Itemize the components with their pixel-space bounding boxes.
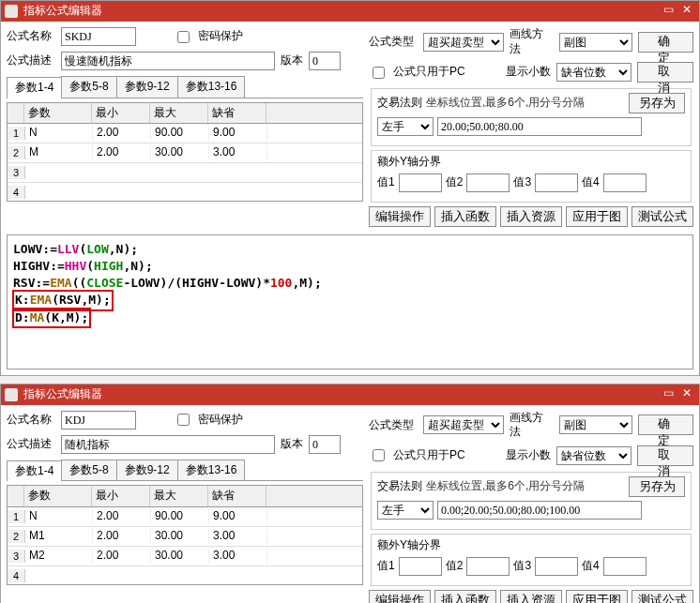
grid-cell[interactable]: 30.00 (151, 145, 209, 160)
extra-y-field-label: 值4 (582, 175, 600, 190)
extra-y-input[interactable] (535, 173, 578, 192)
param-tabs: 参数1-4参数5-8参数9-12参数13-16 (7, 76, 363, 98)
edit-button[interactable]: 编辑操作 (369, 206, 431, 227)
cancel-button[interactable]: 取 消 (637, 62, 693, 83)
grid-cell[interactable]: 90.00 (151, 509, 209, 524)
insert-res-button[interactable]: 插入资源 (500, 206, 562, 227)
extra-y-field-label: 值2 (446, 175, 464, 190)
minimize-icon[interactable]: ▭ (660, 3, 677, 18)
version-label: 版本 (281, 53, 303, 68)
row-number: 3 (8, 550, 25, 563)
extra-y-input[interactable] (466, 557, 510, 576)
param-grid: 参数最小最大缺省1N2.0090.009.002M12.0030.003.003… (7, 485, 363, 585)
table-row: 2M2.0030.003.00 (8, 143, 362, 163)
grid-cell[interactable]: N (25, 126, 93, 141)
insert-res-button[interactable]: 插入资源 (500, 590, 562, 603)
grid-cell[interactable]: 2.00 (93, 126, 151, 141)
titlebar: 指标公式编辑器▭✕ (1, 384, 699, 405)
desc-input[interactable] (61, 52, 275, 70)
extra-y-input[interactable] (535, 557, 578, 576)
hand-select[interactable]: 左手 (377, 117, 434, 136)
grid-cell[interactable]: N (25, 509, 93, 524)
grid-cell[interactable]: M2 (25, 549, 93, 564)
close-icon[interactable]: ✕ (678, 3, 695, 18)
tab-params[interactable]: 参数5-8 (61, 460, 116, 481)
extra-y-input[interactable] (603, 557, 647, 576)
grid-cell[interactable]: 2.00 (93, 529, 151, 544)
formula-type-select[interactable]: 超买超卖型 (423, 33, 504, 52)
grid-cell[interactable]: 2.00 (93, 509, 151, 524)
rule-value-input[interactable] (437, 501, 642, 520)
apply-button[interactable]: 应用于图 (566, 590, 628, 603)
grid-header: 缺省 (208, 486, 266, 506)
grid-cell[interactable]: 3.00 (209, 549, 267, 564)
formula-name-input[interactable] (61, 27, 136, 46)
grid-cell[interactable]: 30.00 (151, 549, 209, 564)
decimals-select[interactable]: 缺省位数 (556, 63, 632, 82)
extra-y-input[interactable] (603, 173, 647, 192)
grid-cell[interactable]: 3.00 (209, 529, 267, 544)
extra-y-input[interactable] (466, 173, 510, 192)
apply-button[interactable]: 应用于图 (566, 206, 628, 227)
pc-only-checkbox[interactable] (373, 449, 385, 461)
grid-cell[interactable]: 3.00 (209, 145, 267, 160)
grid-cell[interactable]: M1 (25, 529, 93, 544)
extra-y-field-label: 值4 (582, 559, 600, 574)
formula-name-label: 公式名称 (7, 29, 55, 44)
rule-value-input[interactable] (437, 117, 642, 136)
grid-cell[interactable]: 9.00 (209, 126, 267, 141)
desc-input[interactable] (61, 435, 275, 454)
formula-name-input[interactable] (61, 411, 136, 430)
grid-cell[interactable]: 9.00 (209, 509, 267, 524)
grid-cell[interactable]: 90.00 (151, 126, 209, 141)
tab-params[interactable]: 参数9-12 (116, 460, 178, 481)
grid-cell[interactable]: 2.00 (93, 145, 151, 160)
grid-cell[interactable]: M (25, 145, 93, 160)
draw-method-select[interactable]: 副图 (559, 415, 632, 434)
hand-select[interactable]: 左手 (377, 501, 434, 520)
row-number: 2 (8, 530, 25, 543)
row-number: 1 (8, 510, 25, 523)
test-button[interactable]: 测试公式 (632, 590, 693, 603)
save-as-button[interactable]: 另存为 (629, 476, 685, 497)
minimize-icon[interactable]: ▭ (660, 386, 677, 401)
edit-button[interactable]: 编辑操作 (369, 590, 431, 603)
pc-only-label: 公式只用于PC (393, 65, 465, 80)
tab-params[interactable]: 参数1-4 (7, 460, 62, 482)
extra-y-input[interactable] (399, 557, 442, 576)
code-editor[interactable]: LOWV:=LLV(LOW,N); HIGHV:=HHV(HIGH,N); RS… (7, 234, 693, 369)
draw-method-select[interactable]: 副图 (559, 33, 632, 52)
insert-fn-button[interactable]: 插入函数 (434, 590, 496, 603)
tab-params[interactable]: 参数13-16 (177, 460, 246, 481)
pc-only-checkbox[interactable] (373, 67, 385, 79)
draw-method-label: 画线方法 (510, 27, 554, 56)
table-row: 1N2.0090.009.00 (8, 507, 362, 527)
tab-params[interactable]: 参数9-12 (116, 76, 178, 98)
tab-params[interactable]: 参数5-8 (61, 76, 116, 98)
close-icon[interactable]: ✕ (678, 386, 695, 401)
grid-header: 最大 (150, 486, 208, 506)
decimals-label: 显示小数 (506, 65, 551, 80)
pwd-protect-checkbox[interactable] (177, 414, 190, 426)
param-tabs: 参数1-4参数5-8参数9-12参数13-16 (7, 460, 363, 482)
page-container: 指标公式编辑器▭✕公式名称密码保护公式描述版本参数1-4参数5-8参数9-12参… (0, 0, 700, 603)
cancel-button[interactable]: 取 消 (637, 445, 693, 466)
tab-params[interactable]: 参数1-4 (7, 77, 62, 98)
decimals-select[interactable]: 缺省位数 (556, 446, 632, 465)
version-input[interactable] (309, 435, 341, 454)
extra-y-input[interactable] (399, 173, 442, 192)
param-grid: 参数最小最大缺省1N2.0090.009.002M2.0030.003.0034 (7, 102, 363, 203)
insert-fn-button[interactable]: 插入函数 (434, 206, 496, 227)
test-button[interactable]: 测试公式 (632, 206, 693, 227)
pwd-protect-checkbox[interactable] (177, 31, 190, 43)
tab-params[interactable]: 参数13-16 (177, 76, 246, 98)
formula-name-label: 公式名称 (7, 413, 55, 428)
grid-cell[interactable]: 30.00 (151, 529, 209, 544)
save-as-button[interactable]: 另存为 (629, 93, 685, 113)
formula-type-select[interactable]: 超买超卖型 (423, 415, 504, 434)
row-number: 1 (8, 127, 25, 140)
ok-button[interactable]: 确 定 (638, 32, 693, 53)
version-input[interactable] (309, 52, 341, 70)
grid-cell[interactable]: 2.00 (93, 549, 151, 564)
ok-button[interactable]: 确 定 (638, 415, 693, 435)
